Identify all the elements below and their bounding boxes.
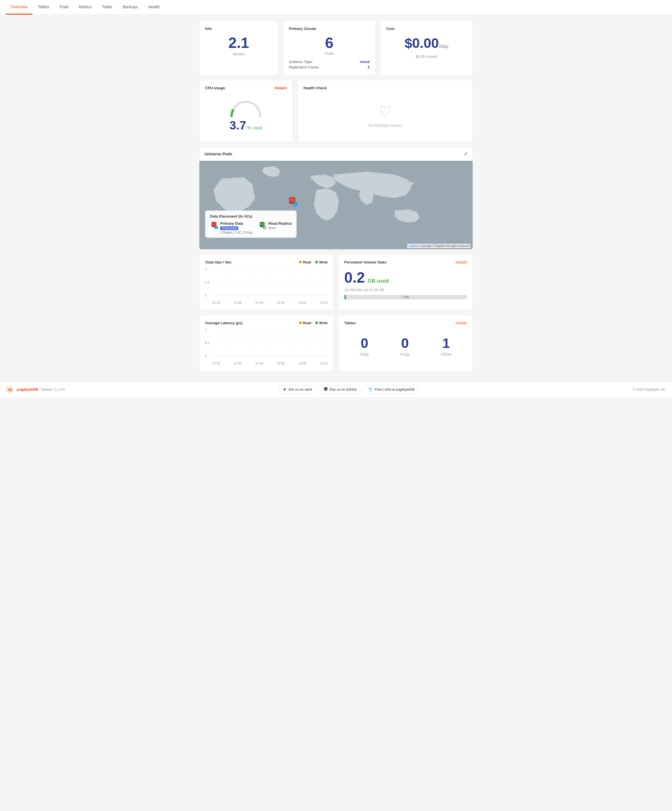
info-card-title: Info xyxy=(205,27,272,31)
ysql-label: YSQL xyxy=(360,352,369,356)
instance-type-value: cloud xyxy=(360,59,370,64)
tshirt-icon: 👕 xyxy=(368,387,373,392)
cpu-card-title: CPU Usage Details xyxy=(205,86,287,90)
cpu-value: 3.7 xyxy=(229,119,246,132)
dp-row: ✓ Primary Data Kubernetes 1 Region, 1 AZ… xyxy=(210,221,292,234)
heart-icon: ♡ xyxy=(379,103,392,120)
main-content: Info 2.1 Version Primary Cluster 6 Pods … xyxy=(193,15,479,381)
write-legend: Write xyxy=(315,260,328,264)
universe-title: Universe Pods xyxy=(205,152,232,156)
ops-chart-svg xyxy=(212,267,328,297)
tables-details-link[interactable]: Details xyxy=(455,321,467,325)
cluster-card: Primary Cluster 6 Pods Instance Type: cl… xyxy=(283,20,376,75)
latency-y-axis: 1 0.5 0 xyxy=(205,328,211,358)
db-marker[interactable]: ✓ xyxy=(287,196,297,209)
pv-details-link[interactable]: Details xyxy=(455,260,467,264)
svg-text:✓: ✓ xyxy=(216,227,217,229)
pv-free-text: 14 GB free out of 15 GB xyxy=(344,288,467,292)
health-card: Health Check ♡ No finished checks xyxy=(297,80,473,142)
latency-legend: Read Write xyxy=(299,321,328,325)
info-card: Info 2.1 Version xyxy=(199,20,278,75)
yedis-count-item: 1 YEDIS xyxy=(440,335,451,356)
github-button[interactable]: GH Star us on GitHub xyxy=(319,385,361,394)
ops-y-axis: 1 0.5 0 xyxy=(205,267,211,297)
nav-health[interactable]: Health xyxy=(143,0,165,15)
nav-backups[interactable]: Backups xyxy=(117,0,143,15)
cluster-details: Instance Type: cloud Replication Factor:… xyxy=(289,59,370,69)
replication-row: Replication Factor: 3 xyxy=(289,65,370,69)
cost-card: Cost $0.00/day $0.00 /month xyxy=(380,20,473,75)
ycql-count-item: 0 YCQL xyxy=(400,335,410,356)
nav-pods[interactable]: Pods xyxy=(54,0,74,15)
leaflet-link[interactable]: Leaflet xyxy=(409,244,417,248)
nav-metrics[interactable]: Metrics xyxy=(74,0,97,15)
primary-data-icon: ✓ xyxy=(210,221,218,231)
pv-progress-label: 1.3% xyxy=(402,295,409,299)
svg-text:✓: ✓ xyxy=(294,203,296,206)
charts-row-2: Average Latency (μs) Read Write 1 0.5 0 xyxy=(199,315,473,371)
ycql-count: 0 xyxy=(400,335,410,351)
footer-left: YB yugabyteDB Version: 2.1.0.0 xyxy=(6,385,65,394)
health-content: ♡ No finished checks xyxy=(304,95,467,136)
nav-overview[interactable]: Overview xyxy=(6,0,32,15)
yedis-count: 1 xyxy=(440,335,451,351)
instance-type-row: Instance Type: cloud xyxy=(289,59,370,64)
nav-tasks[interactable]: Tasks xyxy=(97,0,117,15)
footer-brand: yugabyteDB xyxy=(17,387,38,392)
ops-chart-title: Total Ops / Sec Read Write xyxy=(205,260,328,264)
svg-point-16 xyxy=(260,223,265,226)
slack-button[interactable]: ✦ Join us on slack xyxy=(279,385,317,394)
second-cards-row: CPU Usage Details 3.7 % used xyxy=(199,80,473,142)
gauge-svg xyxy=(229,98,263,117)
read-legend: Read xyxy=(299,260,311,264)
cluster-card-title: Primary Cluster xyxy=(289,27,370,31)
primary-data-sub: 1 Region, 1 AZ, 3 Pods xyxy=(220,231,253,234)
tables-counts: 0 YSQL 0 YCQL 1 YEDIS xyxy=(344,330,467,362)
cpu-gauge: 3.7 % used xyxy=(205,95,287,135)
navigation: Overview Tables Pods Metrics Tasks Backu… xyxy=(0,0,672,15)
pv-stats-card: Persistent Volume Stats Details 0.2 GB u… xyxy=(338,254,473,310)
replication-value: 3 xyxy=(368,65,370,69)
latency-write-legend: Write xyxy=(315,321,328,325)
yedis-label: YEDIS xyxy=(440,352,451,356)
ycql-label: YCQL xyxy=(400,352,410,356)
expand-icon[interactable]: ⤢ xyxy=(464,151,467,156)
instance-type-label: Instance Type: xyxy=(289,59,313,64)
yugabyte-logo: YB xyxy=(6,385,14,394)
tshirt-button[interactable]: 👕 Free t-shirt at yugabyteDB xyxy=(364,385,419,394)
ysql-count: 0 xyxy=(360,335,369,351)
ops-x-labels: 12:2012:3012:4012:5013:0013:10 xyxy=(212,301,328,304)
pods-label: Pods xyxy=(289,51,370,56)
primary-data-label: Primary Data xyxy=(220,221,253,226)
map-attribution: Leaflet | Copyright © MapBox All rights … xyxy=(407,244,470,248)
latency-chart-svg xyxy=(212,328,328,358)
latency-chart-title: Average Latency (μs) Read Write xyxy=(205,321,328,325)
ops-chart-card: Total Ops / Sec Read Write 1 0.5 0 xyxy=(199,254,334,310)
svg-text:GH: GH xyxy=(324,388,328,391)
pv-main-stat: 0.2 GB used xyxy=(344,269,467,286)
cpu-card: CPU Usage Details 3.7 % used xyxy=(199,80,293,142)
map-container: ✓ Data Placement (In AZs) xyxy=(199,161,473,249)
primary-data-badge: Kubernetes xyxy=(220,226,238,230)
primary-data-item: ✓ Primary Data Kubernetes 1 Region, 1 AZ… xyxy=(210,221,253,234)
ysql-count-item: 0 YSQL xyxy=(360,335,369,356)
nav-tables[interactable]: Tables xyxy=(32,0,54,15)
universe-header: Universe Pods ⤢ xyxy=(199,147,473,161)
latency-x-labels: 12:2012:3012:4012:5013:0013:10 xyxy=(212,361,328,365)
cost-per-month: $0.00 /month xyxy=(386,54,467,59)
ops-legend: Read Write xyxy=(299,260,328,264)
latency-chart-card: Average Latency (μs) Read Write 1 0.5 0 xyxy=(199,315,334,371)
cpu-details-link[interactable]: Details xyxy=(275,86,287,90)
pods-count: 6 xyxy=(289,36,370,50)
read-replica-item: ? Read Replica None xyxy=(258,221,292,234)
cost-card-title: Cost xyxy=(386,27,467,31)
github-icon: GH xyxy=(324,387,328,392)
health-card-title: Health Check xyxy=(304,86,467,90)
version-number: 2.1 xyxy=(205,36,272,50)
footer-copyright: © 2020 Yugabyte, Inc. xyxy=(633,387,666,392)
read-replica-label: Read Replica xyxy=(268,221,292,226)
svg-point-0 xyxy=(231,109,234,112)
latency-read-legend: Read xyxy=(299,321,311,325)
top-cards-row: Info 2.1 Version Primary Cluster 6 Pods … xyxy=(199,20,473,75)
tables-card-title: Tables xyxy=(344,321,356,325)
